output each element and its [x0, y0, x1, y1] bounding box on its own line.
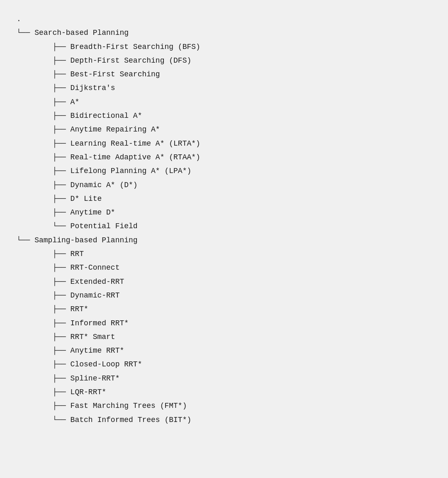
list-item: ├── Dynamic A* (D*)	[17, 178, 431, 192]
list-item: ├── Lifelong Planning A* (LPA*)	[17, 164, 431, 178]
list-item: ├── Fast Marching Trees (FMT*)	[17, 399, 431, 413]
list-item: ├── Closed-Loop RRT*	[17, 358, 431, 371]
list-item: ├── RRT*	[17, 302, 431, 316]
list-item: ├── Informed RRT*	[17, 317, 431, 330]
list-item: └── Sampling-based Planning	[17, 234, 431, 247]
list-item: └── Search-based Planning	[17, 26, 431, 40]
list-item: ├── Anytime Repairing A*	[17, 123, 431, 137]
list-item: ├── Anytime RRT*	[17, 344, 431, 358]
list-item: ├── Extended-RRT	[17, 275, 431, 289]
list-item: ├── Anytime D*	[17, 206, 431, 219]
list-item: ├── Bidirectional A*	[17, 109, 431, 123]
root-node: .	[17, 12, 431, 26]
list-item: └── Batch Informed Trees (BIT*)	[17, 413, 431, 427]
list-item: ├── RRT* Smart	[17, 330, 431, 344]
list-item: ├── RRT-Connect	[17, 261, 431, 275]
list-item: ├── Real-time Adaptive A* (RTAA*)	[17, 151, 431, 164]
list-item: ├── Best-First Searching	[17, 68, 431, 81]
list-item: ├── Breadth-First Searching (BFS)	[17, 40, 431, 54]
list-item: ├── RRT	[17, 247, 431, 261]
list-item: ├── Depth-First Searching (DFS)	[17, 54, 431, 68]
list-item: ├── Spline-RRT*	[17, 372, 431, 385]
list-item: ├── D* Lite	[17, 192, 431, 206]
list-item: ├── Dynamic-RRT	[17, 289, 431, 302]
list-item: ├── Learning Real-time A* (LRTA*)	[17, 137, 431, 151]
list-item: └── Potential Field	[17, 219, 431, 233]
list-item: ├── Dijkstra's	[17, 81, 431, 95]
list-item: ├── LQR-RRT*	[17, 385, 431, 399]
tree-container: .└── Search-based Planning ├── Breadth-F…	[17, 12, 431, 427]
list-item: ├── A*	[17, 95, 431, 109]
